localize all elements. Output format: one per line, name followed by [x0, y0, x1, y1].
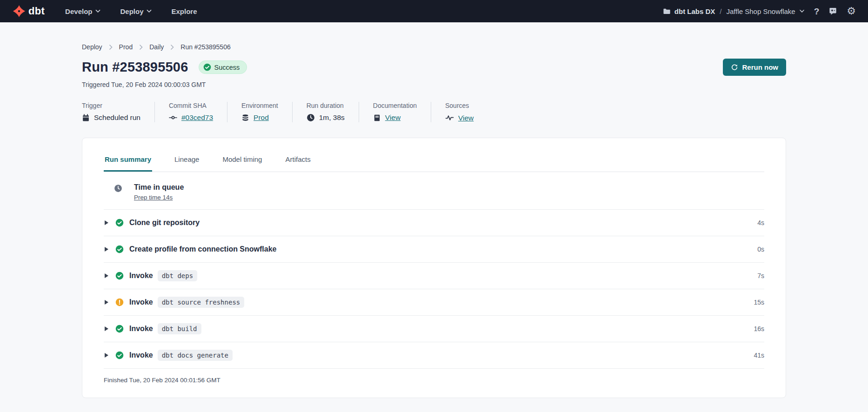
rerun-icon: [731, 64, 738, 71]
dbt-logo-icon: [13, 5, 25, 17]
warning-icon: [115, 298, 124, 306]
step-duration: 41s: [754, 352, 764, 359]
trigger-value: Scheduled run: [94, 113, 140, 122]
feedback-icon[interactable]: [828, 7, 837, 16]
finished-timestamp: Finished Tue, 20 Feb 2024 00:01:56 GMT: [104, 369, 764, 398]
project-label: Jaffle Shop Snowflake: [727, 7, 805, 15]
command-chip: dbt deps: [158, 270, 197, 281]
expand-caret-icon[interactable]: [105, 247, 108, 252]
command-chip: dbt build: [158, 323, 201, 334]
meta-run-duration: Run duration 1m, 38s: [307, 102, 359, 122]
dbt-logo-text: dbt: [28, 5, 45, 17]
nav-menu: Develop Deploy Explore: [65, 7, 197, 15]
tab-lineage[interactable]: Lineage: [174, 151, 200, 172]
step-row-dbt-source-freshness[interactable]: Invoke dbt source freshness 15s: [104, 289, 764, 316]
commit-sha-link[interactable]: #03ced73: [181, 113, 213, 122]
meta-environment: Environment Prod: [241, 102, 292, 122]
environment-link[interactable]: Prod: [254, 113, 269, 122]
sources-view-link[interactable]: View: [458, 114, 474, 122]
breadcrumb-current-run: Run #253895506: [180, 43, 230, 51]
expand-caret-icon[interactable]: [105, 220, 108, 225]
clock-icon: [307, 113, 315, 122]
divider: [431, 102, 431, 122]
tab-artifacts[interactable]: Artifacts: [284, 151, 311, 172]
run-summary-card: Run summary Lineage Model timing Artifac…: [82, 138, 786, 398]
run-duration-value: 1m, 38s: [319, 113, 345, 122]
chevron-down-icon: [147, 9, 152, 13]
calendar-icon: [82, 114, 90, 122]
step-row-dbt-docs-generate[interactable]: Invoke dbt docs generate 41s: [104, 342, 764, 369]
database-icon: [241, 114, 249, 122]
triggered-timestamp: Triggered Tue, 20 Feb 2024 00:00:03 GMT: [82, 81, 786, 88]
divider: [359, 102, 359, 122]
step-row-dbt-deps[interactable]: Invoke dbt deps 7s: [104, 263, 764, 289]
step-duration: 15s: [754, 299, 764, 306]
step-duration: 7s: [757, 272, 764, 279]
title-row: Run #253895506 Success Rerun now: [82, 59, 786, 76]
step-duration: 0s: [757, 246, 764, 253]
success-icon: [115, 219, 124, 227]
account-project-selector[interactable]: dbt Labs DX / Jaffle Shop Snowflake: [663, 7, 805, 15]
expand-caret-icon[interactable]: [105, 273, 108, 278]
chevron-right-icon: [109, 44, 113, 50]
check-circle-icon: [203, 63, 211, 71]
success-icon: [115, 325, 124, 333]
tab-run-summary[interactable]: Run summary: [104, 151, 152, 172]
pulse-icon: [445, 113, 454, 122]
divider: [227, 102, 227, 122]
time-in-queue-section: Time in queue Prep time 14s: [104, 172, 764, 210]
breadcrumb-deploy[interactable]: Deploy: [82, 43, 102, 51]
gear-icon[interactable]: ⚙: [847, 6, 856, 16]
success-icon: [115, 245, 124, 253]
nav-item-deploy[interactable]: Deploy: [120, 7, 152, 15]
meta-documentation: Documentation View: [373, 102, 431, 122]
tab-bar: Run summary Lineage Model timing Artifac…: [104, 138, 764, 172]
meta-trigger: Trigger Scheduled run: [82, 102, 154, 122]
step-duration: 4s: [757, 219, 764, 226]
expand-caret-icon[interactable]: [105, 326, 108, 331]
divider: [292, 102, 293, 122]
book-icon: [373, 114, 381, 122]
expand-caret-icon[interactable]: [105, 353, 108, 358]
help-icon[interactable]: ?: [814, 7, 820, 16]
chevron-down-icon: [799, 9, 805, 13]
prep-time-link[interactable]: Prep time 14s: [134, 194, 173, 201]
success-icon: [115, 272, 124, 280]
meta-commit-sha: Commit SHA #03ced73: [169, 102, 227, 122]
breadcrumb-daily[interactable]: Daily: [149, 43, 164, 51]
step-row-dbt-build[interactable]: Invoke dbt build 16s: [104, 316, 764, 342]
dbt-logo[interactable]: dbt: [13, 5, 45, 17]
page-content: Deploy Prod Daily Run #253895506 Run #25…: [0, 43, 868, 398]
breadcrumb-prod[interactable]: Prod: [119, 43, 133, 51]
nav-right: dbt Labs DX / Jaffle Shop Snowflake ? ⚙: [663, 6, 856, 16]
account-label: dbt Labs DX: [663, 7, 715, 15]
nav-item-develop[interactable]: Develop: [65, 7, 100, 15]
status-badge-label: Success: [214, 64, 240, 71]
path-separator: /: [720, 7, 721, 15]
queue-clock-icon: [114, 184, 122, 193]
step-duration: 16s: [754, 325, 764, 332]
rerun-now-button[interactable]: Rerun now: [723, 59, 787, 76]
chevron-down-icon: [95, 9, 100, 13]
breadcrumb: Deploy Prod Daily Run #253895506: [82, 43, 786, 51]
command-chip: dbt docs generate: [158, 350, 233, 361]
queue-title: Time in queue: [134, 183, 184, 192]
chevron-right-icon: [139, 44, 143, 50]
top-nav: dbt Develop Deploy Explore dbt Labs DX /…: [0, 0, 868, 22]
commit-icon: [169, 113, 177, 122]
status-badge: Success: [199, 60, 247, 74]
divider: [154, 102, 155, 122]
run-meta-row: Trigger Scheduled run Commit SHA #03ced7…: [82, 102, 786, 122]
step-row-create-profile[interactable]: Create profile from connection Snowflake…: [104, 236, 764, 263]
meta-sources: Sources View: [445, 102, 487, 122]
tab-model-timing[interactable]: Model timing: [221, 151, 263, 172]
step-row-clone-git[interactable]: Clone git repository 4s: [104, 210, 764, 236]
chevron-right-icon: [170, 44, 174, 50]
documentation-view-link[interactable]: View: [385, 113, 401, 122]
page-title: Run #253895506: [82, 60, 188, 75]
command-chip: dbt source freshness: [158, 297, 245, 308]
folder-icon: [663, 7, 671, 15]
success-icon: [115, 351, 124, 359]
nav-item-explore[interactable]: Explore: [171, 7, 197, 15]
expand-caret-icon[interactable]: [105, 300, 108, 305]
